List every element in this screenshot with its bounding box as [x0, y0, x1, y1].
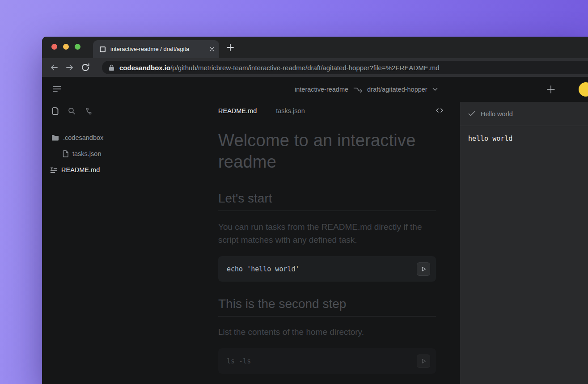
task-output-text: hello world: [460, 126, 588, 151]
section-body: List the contents of the home directory.: [218, 325, 436, 338]
codesandbox-app: interactive-readme draft/agitated-hopper: [42, 77, 588, 384]
project-name: interactive-readme: [295, 86, 348, 93]
run-task-button[interactable]: [417, 262, 430, 276]
file-sidebar: .codesandbox tasks.json README.md: [42, 102, 210, 384]
task-panel-header[interactable]: Hello world: [460, 102, 588, 126]
zoom-window-button[interactable]: [75, 44, 80, 50]
file-tree: .codesandbox tasks.json README.md: [42, 130, 210, 178]
chevron-down-icon: [432, 88, 438, 91]
code-text: ls -ls: [227, 357, 251, 365]
task-panel-title: Hello world: [481, 110, 513, 118]
forward-button[interactable]: [65, 63, 75, 72]
tab-favicon-icon: [100, 46, 106, 52]
tree-item-label: tasks.json: [72, 150, 101, 157]
new-devtool-button[interactable]: [546, 84, 556, 95]
branch-icon: [353, 86, 362, 93]
tab-tasks-json[interactable]: tasks.json: [276, 107, 305, 114]
browser-window: interactive-readme / draft/agita codesan…: [42, 37, 588, 384]
reload-button[interactable]: [80, 63, 90, 72]
url-bar[interactable]: codesandbox.io/p/github/metricbrew-team/…: [102, 61, 588, 74]
tab-close-icon[interactable]: [209, 46, 215, 52]
minimize-window-button[interactable]: [63, 44, 69, 50]
browser-toolbar: codesandbox.io/p/github/metricbrew-team/…: [42, 58, 588, 77]
url-path: /p/github/metricbrew-team/interactive-re…: [170, 64, 440, 72]
traffic-lights: [51, 44, 80, 50]
editor-tab-bar: README.md tasks.json: [210, 102, 460, 120]
tree-item-codesandbox-folder[interactable]: .codesandbox: [42, 130, 210, 146]
lock-icon: [109, 64, 114, 71]
tree-item-label: README.md: [61, 166, 100, 173]
tab-title: interactive-readme / draft/agita: [110, 45, 207, 53]
runnable-code-block: echo 'hello world': [218, 256, 436, 282]
user-avatar[interactable]: [579, 82, 588, 97]
search-icon[interactable]: [68, 107, 76, 115]
code-view-toggle-icon[interactable]: [436, 107, 444, 114]
branch-name: draft/agitated-hopper: [367, 86, 427, 93]
close-window-button[interactable]: [51, 44, 57, 50]
section-body: You can run tasks from the README.md dir…: [218, 220, 436, 246]
task-output-panel: Hello world hello world: [460, 102, 588, 384]
readme-title: Welcome to an interactive readme: [218, 130, 436, 173]
workspace: .codesandbox tasks.json README.md: [42, 102, 588, 384]
back-button[interactable]: [49, 63, 59, 72]
section-heading-second-step: This is the second step: [218, 296, 436, 316]
tab-readme-md[interactable]: README.md: [218, 107, 257, 114]
runnable-code-block: ls -ls: [218, 348, 436, 374]
readme-preview: Welcome to an interactive readme Let's s…: [210, 120, 460, 374]
tree-item-tasks-json[interactable]: tasks.json: [42, 146, 210, 162]
tree-item-label: .codesandbox: [63, 134, 103, 141]
project-breadcrumb[interactable]: interactive-readme draft/agitated-hopper: [295, 77, 438, 102]
file-icon: [63, 150, 68, 157]
tree-item-readme-md[interactable]: README.md: [42, 162, 210, 178]
check-icon: [468, 111, 475, 117]
editor-pane: README.md tasks.json Welcome to an inter…: [210, 102, 460, 384]
explorer-icon[interactable]: [52, 107, 59, 115]
new-tab-button[interactable]: [225, 42, 235, 52]
menu-icon[interactable]: [53, 86, 61, 92]
code-text: echo 'hello world': [227, 265, 300, 273]
url-domain: codesandbox.io: [119, 64, 170, 72]
folder-icon: [51, 135, 59, 141]
readme-tasks-icon: [50, 167, 57, 173]
browser-tab-strip: interactive-readme / draft/agita: [42, 37, 588, 58]
section-heading-lets-start: Let's start: [218, 191, 436, 211]
app-header: interactive-readme draft/agitated-hopper: [42, 77, 588, 102]
run-task-button[interactable]: [417, 354, 430, 368]
browser-tab[interactable]: interactive-readme / draft/agita: [93, 40, 219, 58]
git-branch-icon[interactable]: [85, 107, 92, 115]
